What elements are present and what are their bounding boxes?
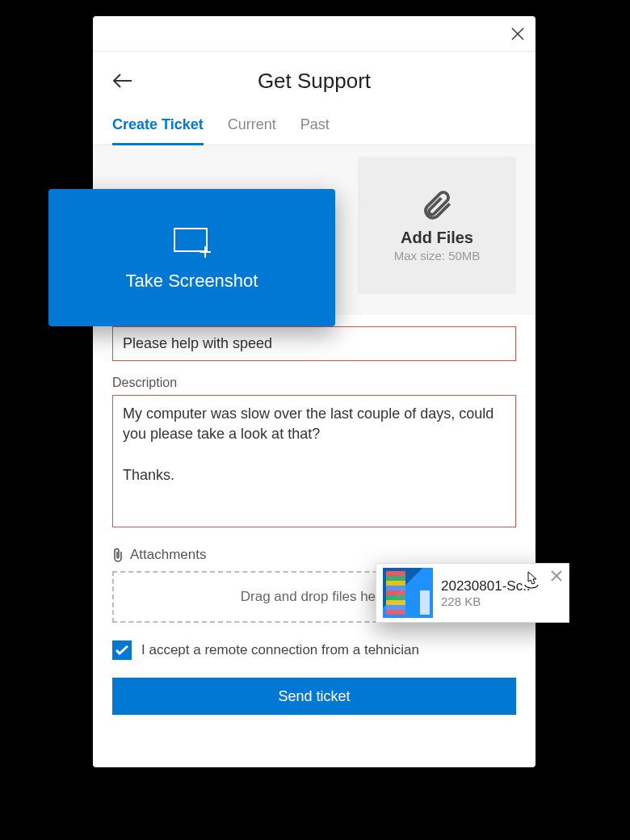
remove-attachment-icon[interactable] <box>551 570 562 582</box>
attachment-preview-card[interactable]: 20230801-Sc.. 228 KB <box>376 563 569 623</box>
send-ticket-button[interactable]: Send ticket <box>112 678 516 715</box>
attachment-filename: 20230801-Sc.. <box>441 578 543 594</box>
attachments-label: Attachments <box>130 547 207 563</box>
page-title: Get Support <box>93 69 536 94</box>
attachment-filesize: 228 KB <box>441 594 543 608</box>
tabs: Create Ticket Current Past <box>93 110 536 145</box>
screenshot-icon <box>170 224 215 259</box>
subject-input[interactable] <box>112 326 516 361</box>
paperclip-icon <box>420 188 454 222</box>
attachment-thumbnail <box>383 568 433 618</box>
checkmark-icon <box>116 645 128 655</box>
header-row: Get Support <box>93 52 536 110</box>
take-screenshot-label: Take Screenshot <box>126 271 258 292</box>
svg-rect-3 <box>174 229 207 251</box>
consent-label: I accept a remote connection from a tehn… <box>141 642 419 658</box>
add-files-sublabel: Max size: 50MB <box>394 249 481 262</box>
add-files-button[interactable]: Add Files Max size: 50MB <box>358 157 516 294</box>
back-arrow-icon[interactable] <box>112 74 133 88</box>
attachments-header: Attachments <box>112 547 516 563</box>
attachment-icon <box>112 548 124 562</box>
tab-current[interactable]: Current <box>228 110 276 145</box>
consent-row: I accept a remote connection from a tehn… <box>112 640 516 660</box>
consent-checkbox[interactable] <box>112 640 132 660</box>
close-icon[interactable] <box>511 27 524 40</box>
tab-past[interactable]: Past <box>300 110 330 145</box>
dropzone-text: Drag and drop files here <box>241 589 388 605</box>
description-input[interactable] <box>112 395 516 527</box>
support-panel: Get Support Create Ticket Current Past A… <box>93 16 536 767</box>
tab-create-ticket[interactable]: Create Ticket <box>112 110 204 145</box>
add-files-label: Add Files <box>401 229 473 247</box>
description-label: Description <box>112 376 516 390</box>
attachment-info: 20230801-Sc.. 228 KB <box>441 578 543 608</box>
titlebar <box>93 16 536 52</box>
take-screenshot-button[interactable]: Take Screenshot <box>48 189 335 326</box>
